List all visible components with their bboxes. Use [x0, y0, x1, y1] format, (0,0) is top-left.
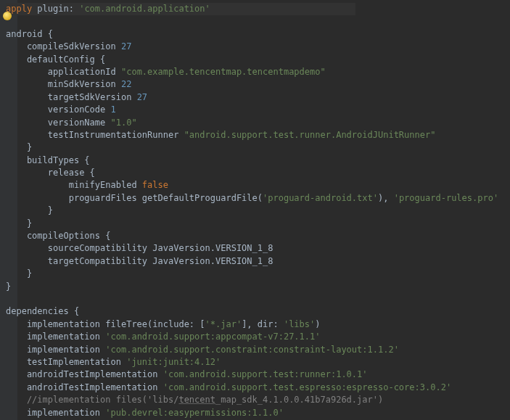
dep: testImplementation [6, 357, 126, 367]
dep: implementation [6, 332, 105, 342]
prop: minSdkVersion [6, 79, 121, 89]
brace: } [6, 268, 32, 279]
string: 'proguard-rules.pro' [394, 193, 499, 203]
number: 1 [111, 104, 116, 115]
lightbulb-icon[interactable] [3, 12, 12, 20]
prop: compileSdkVersion [6, 41, 121, 52]
string: 'proguard-android.txt' [263, 193, 378, 203]
string: 'com.android.support.test:runner:1.0.1' [163, 369, 368, 379]
prop: proguardFiles getDefaultProguardFile( [6, 193, 263, 203]
brace: } [6, 218, 32, 228]
text: ], dir: [242, 319, 284, 329]
prop: targetSdkVersion [6, 92, 137, 102]
block: compileOptions { [6, 231, 111, 241]
text: plugin: [32, 4, 79, 14]
dep: androidTestImplementation [6, 369, 163, 379]
string: "1.0" [111, 118, 137, 128]
string: 'com.android.support.constraint:constrai… [105, 345, 399, 355]
prop: versionName [6, 118, 111, 128]
prop: sourceCompatibility JavaVersion.VERSION_… [6, 243, 273, 253]
block-dependencies: dependencies { [6, 306, 79, 316]
comment: _map_sdk_4.1.0.0.41b7a926d.jar') [215, 395, 383, 405]
block: release { [6, 168, 95, 178]
dep: implementation fileTree(include: [ [6, 319, 205, 329]
text: ), [378, 193, 394, 203]
string: 'pub.devrel:easypermissions:1.1.0' [105, 408, 284, 418]
prop: minifyEnabled [6, 180, 142, 190]
dep: implementation [6, 408, 105, 418]
brace: } [6, 281, 11, 292]
block: buildTypes { [6, 155, 90, 165]
prop: testInstrumentationRunner [6, 130, 184, 140]
number: 27 [137, 92, 147, 102]
block: defaultConfig { [6, 54, 105, 65]
number: 27 [121, 41, 131, 52]
string: '*.jar' [205, 319, 242, 329]
block-android: android { [6, 29, 53, 39]
comment: //implementation files('libs/ [6, 395, 178, 405]
string: 'junit:junit:4.12' [126, 357, 221, 367]
code-editor[interactable]: apply plugin: 'com.android.application' … [6, 3, 510, 420]
prop: applicationId [6, 67, 121, 77]
prop: targetCompatibility JavaVersion.VERSION_… [6, 256, 273, 266]
comment-underlined: tencent [178, 395, 215, 405]
dep: androidTestImplementation [6, 382, 163, 392]
string: 'com.android.support.test.espresso:espre… [163, 382, 451, 392]
number: 22 [121, 79, 131, 89]
brace: } [6, 142, 32, 152]
brace: } [6, 205, 53, 215]
string: 'com.android.support:appcompat-v7:27.1.1… [105, 332, 320, 342]
prop: versionCode [6, 104, 111, 115]
boolean: false [142, 180, 168, 190]
dep: implementation [6, 345, 105, 355]
string: "android.support.test.runner.AndroidJUni… [184, 130, 436, 140]
string: 'libs' [284, 319, 315, 329]
text: ) [315, 319, 320, 329]
string: 'com.android.application' [79, 4, 210, 14]
string: "com.example.tencentmap.tencentmapdemo" [121, 67, 326, 77]
